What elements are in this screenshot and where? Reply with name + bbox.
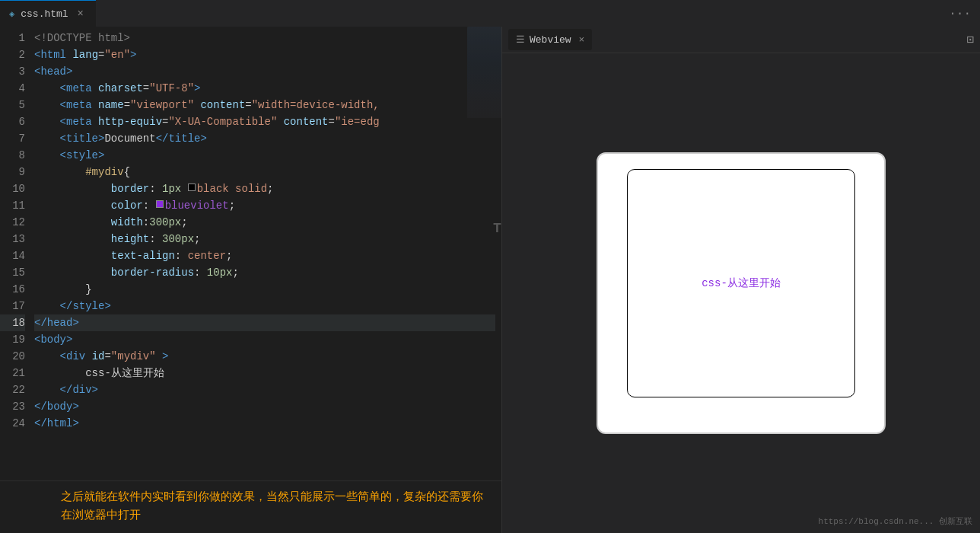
- code-line-16: }: [34, 281, 495, 298]
- ln-4: 4: [0, 80, 25, 97]
- ln-17: 17: [0, 298, 25, 314]
- code-line-5: <meta name="viewport" content="width=dev…: [34, 97, 495, 113]
- ln-1: 1: [0, 30, 25, 46]
- code-line-14: text-align: center;: [34, 247, 495, 264]
- code-line-18: </head>: [34, 314, 495, 331]
- ln-5: 5: [0, 97, 25, 113]
- code-line-10: border: 1px black solid;: [34, 180, 495, 197]
- ln-8: 8: [0, 147, 25, 164]
- code-line-17: </style>: [34, 298, 495, 314]
- file-icon: ◈: [9, 8, 14, 20]
- preview-text: css-从这里开始: [702, 276, 781, 290]
- webview-content: css-从这里开始 https://blog.csdn.ne... 创新互联: [502, 53, 980, 533]
- minimap: [467, 27, 501, 118]
- ln-20: 20: [0, 348, 25, 365]
- code-line-19: <body>: [34, 331, 495, 348]
- tab-close-button[interactable]: ×: [75, 8, 87, 20]
- ln-3: 3: [0, 63, 25, 80]
- tab-bar: ◈ css.html × ···: [0, 0, 980, 27]
- webview-close-button[interactable]: ×: [579, 34, 585, 46]
- webview-panel: ☰ Webview × ⊡ css-从这里开始 https://blog.csd…: [502, 27, 980, 533]
- color-swatch-blueviolet: [156, 200, 164, 208]
- code-line-3: <head>: [34, 63, 495, 80]
- code-line-15: border-radius: 10px;: [34, 264, 495, 281]
- code-line-22: </div>: [34, 381, 495, 398]
- code-area[interactable]: 1 2 3 4 5 6 7 8 9 10 11 12 13 14 15 16 1…: [0, 27, 501, 480]
- ln-14: 14: [0, 247, 25, 264]
- ln-2: 2: [0, 46, 25, 63]
- ln-22: 22: [0, 381, 25, 398]
- browser-frame: css-从这里开始: [597, 152, 886, 434]
- code-line-24: </html>: [34, 415, 495, 432]
- code-line-7: <title>Document</title>: [34, 130, 495, 147]
- ln-12: 12: [0, 214, 25, 231]
- ln-6: 6: [0, 113, 25, 130]
- ln-24: 24: [0, 415, 25, 432]
- webview-tab[interactable]: ☰ Webview ×: [508, 29, 592, 50]
- annotation-text: 之后就能在软件内实时看到你做的效果，当然只能展示一些简单的，复杂的还需要你在浏览…: [0, 480, 501, 533]
- ln-15: 15: [0, 264, 25, 281]
- webview-tab-bar: ☰ Webview × ⊡: [502, 27, 980, 53]
- watermark: https://blog.csdn.ne... 创新互联: [819, 515, 972, 527]
- code-line-8: <style>: [34, 147, 495, 164]
- editor-tab[interactable]: ◈ css.html ×: [0, 0, 96, 27]
- code-line-13: height: 300px;: [34, 231, 495, 247]
- ln-23: 23: [0, 398, 25, 415]
- webview-icon: ☰: [516, 34, 525, 46]
- tab-filename: css.html: [21, 8, 68, 20]
- watermark-text: https://blog.csdn.ne... 创新互联: [819, 517, 972, 526]
- code-line-9: #mydiv{: [34, 164, 495, 180]
- ln-21: 21: [0, 365, 25, 381]
- webview-expand-button[interactable]: ⊡: [966, 32, 974, 47]
- code-line-1: <!DOCTYPE html>: [34, 30, 495, 46]
- code-line-20: <div id="mydiv" >: [34, 348, 495, 365]
- ln-10: 10: [0, 180, 25, 197]
- code-line-6: <meta http-equiv="X-UA-Compatible" conte…: [34, 113, 495, 130]
- editor-panel: 1 2 3 4 5 6 7 8 9 10 11 12 13 14 15 16 1…: [0, 27, 502, 533]
- tab-more-button[interactable]: ···: [940, 7, 980, 21]
- color-swatch-black: [188, 184, 196, 191]
- code-line-11: color: blueviolet;: [34, 197, 495, 214]
- code-line-2: <html lang="en">: [34, 46, 495, 63]
- line-numbers: 1 2 3 4 5 6 7 8 9 10 11 12 13 14 15 16 1…: [0, 30, 34, 480]
- ln-18: 18: [0, 314, 25, 331]
- ln-9: 9: [0, 164, 25, 180]
- ln-7: 7: [0, 130, 25, 147]
- preview-div: css-从这里开始: [627, 169, 855, 397]
- main-area: 1 2 3 4 5 6 7 8 9 10 11 12 13 14 15 16 1…: [0, 27, 980, 533]
- code-content[interactable]: <!DOCTYPE html> <html lang="en"> <head> …: [34, 30, 501, 480]
- ln-11: 11: [0, 197, 25, 214]
- code-line-12: width:300px;: [34, 214, 495, 231]
- code-line-23: </body>: [34, 398, 495, 415]
- ln-16: 16: [0, 281, 25, 298]
- ln-13: 13: [0, 231, 25, 247]
- annotation-content: 之后就能在软件内实时看到你做的效果，当然只能展示一些简单的，复杂的还需要你在浏览…: [61, 491, 483, 522]
- ln-19: 19: [0, 331, 25, 348]
- code-line-21: css-从这里开始: [34, 365, 495, 381]
- code-line-4: <meta charset="UTF-8">: [34, 80, 495, 97]
- webview-tab-label: Webview: [530, 34, 571, 46]
- t-overlay: T: [493, 221, 501, 236]
